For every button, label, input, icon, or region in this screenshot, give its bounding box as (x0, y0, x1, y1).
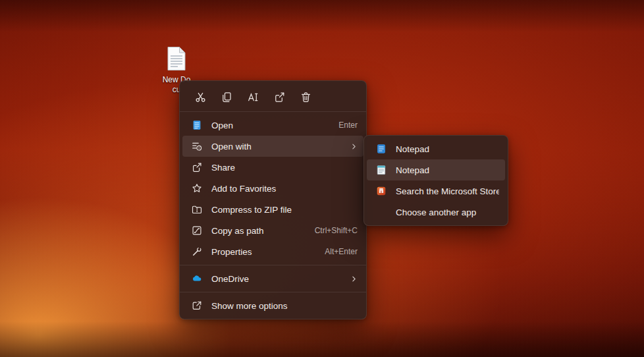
notepad-app-icon (375, 143, 387, 155)
share-icon (190, 161, 203, 174)
notepad-classic-icon (375, 164, 387, 177)
rename-button[interactable] (242, 87, 264, 107)
onedrive-icon (190, 273, 203, 285)
menu-item-label: OneDrive (211, 274, 344, 284)
rename-icon (247, 91, 259, 103)
copy-button[interactable] (215, 87, 238, 107)
submenu-item-notepad-classic[interactable]: Notepad (367, 159, 505, 180)
copy-icon (221, 91, 233, 103)
menu-item-label: Show more options (211, 301, 358, 311)
menu-item-properties[interactable]: Properties Alt+Enter (182, 241, 363, 262)
chevron-right-icon (350, 275, 358, 283)
menu-item-label: Copy as path (211, 226, 308, 236)
menu-item-show-more-options[interactable]: Show more options (182, 295, 363, 316)
copy-path-icon (190, 225, 203, 237)
submenu-item-label: Search the Microsoft Store (396, 186, 499, 196)
menu-item-label: Open (211, 121, 332, 130)
submenu-item-label: Notepad (396, 144, 499, 154)
cut-icon (194, 91, 207, 103)
submenu-item-label: Choose another app (396, 207, 499, 217)
menu-separator (180, 292, 366, 292)
context-menu: Open Enter Open with Share (179, 80, 367, 319)
microsoft-store-icon (375, 185, 387, 198)
submenu-item-choose-another-app[interactable]: Choose another app (367, 202, 505, 223)
open-with-icon (190, 140, 203, 153)
star-icon (190, 182, 203, 195)
properties-icon (190, 246, 203, 258)
open-with-submenu: Notepad Notepad (363, 135, 508, 226)
menu-item-copy-as-path[interactable]: Copy as path Ctrl+Shift+C (182, 220, 363, 241)
menu-item-open[interactable]: Open Enter (182, 115, 363, 136)
menu-item-label: Open with (211, 142, 344, 151)
submenu-item-notepad-app[interactable]: Notepad (367, 138, 505, 159)
icon-placeholder (375, 206, 387, 219)
submenu-item-label: Notepad (396, 165, 499, 175)
submenu-item-search-microsoft-store[interactable]: Search the Microsoft Store (367, 180, 505, 202)
zip-folder-icon (190, 204, 203, 216)
menu-item-share[interactable]: Share (182, 157, 363, 178)
menu-item-onedrive[interactable]: OneDrive (182, 268, 363, 289)
menu-item-shortcut: Alt+Enter (325, 247, 358, 256)
text-document-icon (166, 46, 187, 71)
share-icon (273, 91, 286, 103)
menu-item-shortcut: Ctrl+Shift+C (315, 226, 358, 235)
menu-item-add-to-favorites[interactable]: Add to Favorites (182, 178, 363, 199)
menu-item-open-with[interactable]: Open with (182, 136, 363, 157)
menu-item-label: Add to Favorites (211, 184, 358, 194)
menu-item-label: Properties (211, 247, 318, 257)
desktop-screen: New Docu (0, 0, 644, 357)
cut-button[interactable] (189, 87, 211, 107)
menu-item-shortcut: Enter (338, 121, 358, 130)
show-more-options-icon (190, 300, 203, 312)
menu-separator (180, 265, 366, 265)
chevron-right-icon (350, 143, 358, 150)
quick-actions-bar (182, 84, 363, 111)
menu-item-label: Share (211, 163, 358, 173)
share-button[interactable] (268, 87, 290, 107)
open-document-icon (190, 119, 203, 132)
delete-button[interactable] (294, 87, 317, 107)
menu-item-label: Compress to ZIP file (211, 205, 358, 215)
menu-item-compress-to-zip[interactable]: Compress to ZIP file (182, 199, 363, 220)
delete-icon (300, 91, 312, 103)
